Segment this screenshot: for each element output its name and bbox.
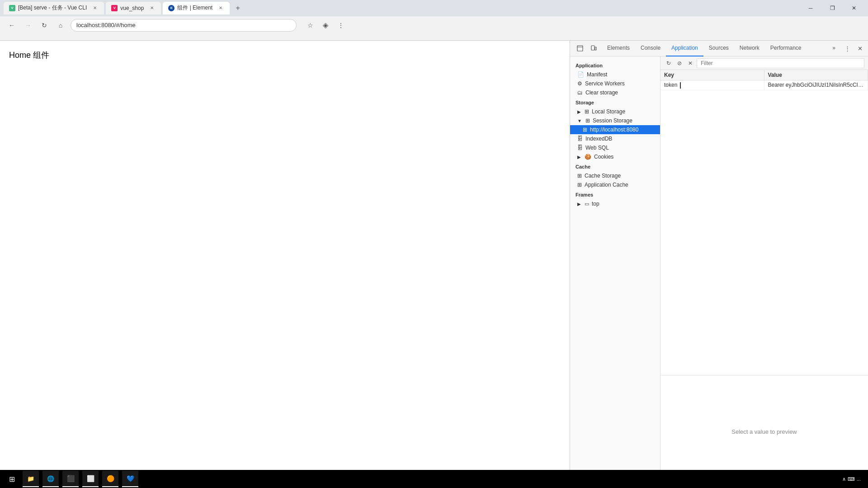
sidebar-item-manifest[interactable]: 📄 Manifest: [570, 70, 660, 79]
sidebar-item-application-cache[interactable]: ⊞ Application Cache: [570, 180, 660, 189]
window-controls: ─ ❐ ✕: [800, 0, 864, 16]
new-tab-button[interactable]: +: [231, 2, 244, 14]
svg-rect-2: [591, 46, 594, 50]
sidebar-item-session-storage[interactable]: ▼ ⊞ Session Storage: [570, 116, 660, 125]
indexeddb-icon: 🗄: [577, 136, 583, 142]
minimize-button[interactable]: ─: [800, 0, 821, 16]
close-button[interactable]: ✕: [844, 0, 864, 16]
tab-close-vue-shop[interactable]: ✕: [148, 5, 156, 12]
page-content: Home 组件: [0, 41, 570, 488]
home-button[interactable]: ⌂: [54, 19, 67, 32]
sidebar-item-top[interactable]: ▶ ▭ top: [570, 199, 660, 208]
taskbar-terminal[interactable]: ⬜: [82, 471, 99, 487]
cache-storage-icon: ⊞: [577, 173, 582, 179]
menu-button[interactable]: ⋮: [335, 19, 347, 32]
devtools-panel: Elements Console Application Sources Net…: [570, 41, 868, 488]
sidebar-label-service-workers: Service Workers: [585, 80, 625, 87]
start-button[interactable]: ⊞: [4, 471, 20, 487]
sidebar-label-session-storage-url: http://localhost:8080: [590, 127, 638, 133]
sidebar-label-local-storage: Local Storage: [592, 108, 625, 115]
sidebar-label-application-cache: Application Cache: [585, 182, 628, 188]
sidebar-label-cache-storage: Cache Storage: [585, 173, 621, 179]
maximize-button[interactable]: ❐: [822, 0, 843, 16]
tab-performance[interactable]: Performance: [765, 41, 807, 56]
time-display: ...: [857, 476, 861, 482]
back-button[interactable]: ←: [5, 19, 18, 32]
favicon-vue: V: [9, 5, 15, 11]
tab-close-vue-cli[interactable]: ✕: [91, 5, 99, 12]
cell-key-token: token: [660, 80, 764, 90]
address-text: localhost:8080/#/home: [76, 22, 136, 28]
bookmark-button[interactable]: ☆: [304, 19, 316, 32]
clear-storage-icon: 🗂: [577, 89, 583, 96]
devtools-body: Application 📄 Manifest ⚙ Service Workers…: [570, 56, 868, 488]
more-tabs-button[interactable]: »: [827, 41, 841, 56]
favicon-vue-shop: V: [111, 5, 118, 11]
session-storage-icon: ⊞: [585, 117, 590, 124]
block-button[interactable]: ⊘: [675, 59, 684, 68]
taskbar-chrome[interactable]: 🌐: [42, 471, 59, 487]
local-storage-arrow: ▶: [577, 109, 581, 114]
tab-elements[interactable]: Elements: [602, 41, 635, 56]
sidebar-label-cookies: Cookies: [594, 154, 613, 160]
sidebar-item-clear-storage[interactable]: 🗂 Clear storage: [570, 88, 660, 97]
tab-close-element[interactable]: ✕: [217, 5, 224, 12]
device-icon[interactable]: [587, 42, 600, 55]
section-storage: Storage: [570, 97, 660, 107]
preview-text: Select a value to preview: [731, 428, 797, 435]
filter-input[interactable]: [697, 58, 864, 68]
main-toolbar: ↻ ⊘ ✕: [660, 56, 868, 70]
profile-icon[interactable]: ◈: [319, 19, 332, 32]
web-sql-icon: 🗄: [577, 145, 583, 151]
service-workers-icon: ⚙: [577, 80, 582, 87]
devtools-icons: [572, 42, 602, 55]
taskbar-bluecode[interactable]: 💙: [122, 471, 138, 487]
cursor-indicator: [680, 82, 681, 89]
table-row[interactable]: token Bearer eyJhbGciOiJIUzI1NiIsInR5cCI…: [660, 80, 868, 90]
taskbar-vscode[interactable]: ⬛: [62, 471, 79, 487]
tab-application[interactable]: Application: [666, 41, 703, 56]
tab-console[interactable]: Console: [635, 41, 666, 56]
header-key: Key: [660, 70, 764, 80]
taskbar-files[interactable]: 📁: [23, 471, 39, 487]
tab-network[interactable]: Network: [734, 41, 765, 56]
tab-element[interactable]: E 组件 | Element ✕: [163, 2, 230, 14]
title-bar: V [Beta] serve - 任务 - Vue CLI ✕ V vue_sh…: [0, 0, 868, 16]
tab-label-vue-shop: vue_shop: [120, 5, 144, 11]
address-bar[interactable]: localhost:8080/#/home: [71, 19, 297, 32]
sidebar-item-local-storage[interactable]: ▶ ⊞ Local Storage: [570, 107, 660, 116]
tab-vue-shop[interactable]: V vue_shop ✕: [106, 2, 161, 14]
section-application: Application: [570, 60, 660, 70]
taskbar: ⊞ 📁 🌐 ⬛ ⬜ 🟠 💙 ∧ ⌨ ...: [0, 470, 868, 488]
close-devtools-button[interactable]: ✕: [854, 42, 866, 55]
taskbar-ppt[interactable]: 🟠: [102, 471, 118, 487]
refresh-storage-button[interactable]: ↻: [664, 59, 673, 68]
devtools-main: ↻ ⊘ ✕ Key Value token: [660, 56, 868, 488]
tab-sources[interactable]: Sources: [703, 41, 734, 56]
section-frames: Frames: [570, 189, 660, 199]
customize-devtools-button[interactable]: ⋮: [841, 42, 854, 55]
cell-value-token: Bearer eyJhbGciOiJIUzI1NiIsInR5cCI6...: [764, 80, 868, 90]
sidebar-item-session-storage-url[interactable]: ⊞ http://localhost:8080: [570, 125, 660, 134]
sidebar-label-clear-storage: Clear storage: [585, 89, 618, 96]
sidebar-item-service-workers[interactable]: ⚙ Service Workers: [570, 79, 660, 88]
page-title: Home 组件: [9, 50, 561, 61]
session-storage-url-icon: ⊞: [583, 127, 587, 133]
sidebar-item-cache-storage[interactable]: ⊞ Cache Storage: [570, 171, 660, 180]
clear-all-button[interactable]: ✕: [686, 59, 695, 68]
inspect-icon[interactable]: [574, 42, 586, 55]
key-text: token: [664, 82, 677, 88]
sidebar-item-web-sql[interactable]: 🗄 Web SQL: [570, 143, 660, 152]
sidebar-item-cookies[interactable]: ▶ 🍪 Cookies: [570, 152, 660, 161]
svg-rect-3: [595, 47, 596, 50]
cookies-icon: 🍪: [585, 154, 591, 160]
sidebar-label-indexeddb: IndexedDB: [585, 136, 612, 142]
tab-vue-cli[interactable]: V [Beta] serve - 任务 - Vue CLI ✕: [4, 2, 104, 14]
sidebar-label-session-storage: Session Storage: [593, 117, 632, 124]
forward-button[interactable]: →: [22, 19, 34, 32]
sidebar-item-indexeddb[interactable]: 🗄 IndexedDB: [570, 134, 660, 143]
session-storage-arrow: ▼: [577, 118, 582, 123]
manifest-icon: 📄: [577, 71, 584, 78]
sidebar-label-top: top: [592, 201, 599, 207]
refresh-button[interactable]: ↻: [38, 19, 51, 32]
